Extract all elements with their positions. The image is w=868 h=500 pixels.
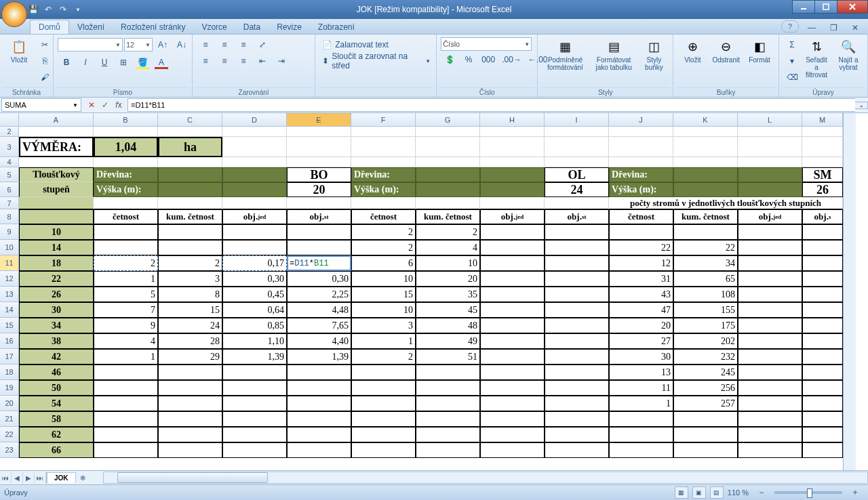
cell-D23[interactable] — [222, 442, 287, 458]
cell-J21[interactable] — [609, 411, 673, 427]
cell-D15[interactable]: 0,85 — [222, 318, 287, 333]
cell-I15[interactable] — [545, 318, 609, 333]
cell-J2[interactable] — [609, 127, 673, 137]
row-header-23[interactable]: 23 — [0, 442, 19, 458]
cell-M3[interactable] — [802, 137, 843, 157]
cell-L15[interactable] — [738, 318, 802, 333]
row-header-22[interactable]: 22 — [0, 427, 19, 442]
indent-dec-icon[interactable]: ⇤ — [254, 54, 271, 68]
percent-icon[interactable]: % — [460, 52, 477, 67]
row-header-14[interactable]: 14 — [0, 302, 19, 318]
cell-E14[interactable]: 4,48 — [287, 302, 351, 318]
cell-G14[interactable]: 45 — [416, 302, 480, 318]
cell-B14[interactable]: 7 — [94, 302, 158, 318]
cell-G4[interactable] — [416, 157, 480, 167]
row-header-19[interactable]: 19 — [0, 380, 19, 396]
cell-M14[interactable] — [802, 302, 843, 318]
new-sheet-icon[interactable]: ✻ — [76, 474, 90, 482]
cell-H6[interactable] — [480, 182, 545, 197]
cell-I23[interactable] — [545, 442, 609, 458]
cell-G11[interactable]: 10 — [416, 255, 480, 271]
cell-B4[interactable] — [94, 157, 158, 167]
cell-F18[interactable] — [351, 364, 416, 380]
workbook-restore-icon[interactable]: ❐ — [825, 20, 842, 35]
cell-C21[interactable] — [158, 411, 222, 427]
row-header-4[interactable]: 4 — [0, 157, 19, 167]
cell-E3[interactable] — [287, 137, 351, 157]
cell-K12[interactable]: 65 — [673, 271, 738, 287]
cell-D17[interactable]: 1,39 — [222, 349, 287, 364]
cell-D18[interactable] — [222, 364, 287, 380]
cell-G22[interactable] — [416, 427, 480, 442]
cell-C6[interactable] — [158, 182, 222, 197]
cell-C8[interactable]: kum. četnost — [158, 209, 222, 224]
cell-G9[interactable]: 2 — [416, 224, 480, 240]
col-header-K[interactable]: K — [673, 113, 738, 127]
row-header-10[interactable]: 10 — [0, 240, 19, 255]
name-box[interactable]: SUMA▼ — [1, 98, 81, 112]
minimize-button[interactable] — [792, 0, 815, 14]
cell-J12[interactable]: 31 — [609, 271, 673, 287]
cell-L17[interactable] — [738, 349, 802, 364]
cell-L4[interactable] — [738, 157, 802, 167]
align-left-icon[interactable]: ≡ — [197, 54, 214, 68]
grow-font-icon[interactable]: A↑ — [154, 37, 172, 52]
cell-F16[interactable]: 1 — [351, 333, 416, 349]
copy-icon[interactable]: ⎘ — [36, 54, 54, 68]
cell-I21[interactable] — [545, 411, 609, 427]
cell-M18[interactable] — [802, 364, 843, 380]
cell-M11[interactable] — [802, 255, 843, 271]
row-header-2[interactable]: 2 — [0, 127, 19, 137]
cell-K3[interactable] — [673, 137, 738, 157]
cell-H19[interactable] — [480, 380, 545, 396]
cell-K11[interactable]: 34 — [673, 255, 738, 271]
row-header-9[interactable]: 9 — [0, 224, 19, 240]
fill-color-icon[interactable]: 🪣 — [134, 55, 151, 70]
cell-G23[interactable] — [416, 442, 480, 458]
cell-B2[interactable] — [94, 127, 158, 137]
view-layout-icon[interactable]: ▣ — [692, 486, 706, 499]
cell-H8[interactable]: obj.jed — [480, 209, 545, 224]
col-header-E[interactable]: E — [287, 113, 351, 127]
tab-revize[interactable]: Revize — [269, 20, 310, 34]
cell-C12[interactable]: 3 — [158, 271, 222, 287]
col-header-F[interactable]: F — [351, 113, 416, 127]
cell-A18[interactable]: 46 — [19, 364, 94, 380]
cell-E15[interactable]: 7,65 — [287, 318, 351, 333]
cell-G7[interactable] — [416, 197, 480, 209]
cell-A23[interactable]: 66 — [19, 442, 94, 458]
format-painter-icon[interactable]: 🖌 — [36, 70, 54, 85]
cell-E9[interactable] — [287, 224, 351, 240]
row-header-5[interactable]: 5 — [0, 167, 19, 182]
clear-icon[interactable]: ⌫ — [783, 70, 801, 85]
cell-I13[interactable] — [545, 287, 609, 302]
horizontal-scrollbar[interactable] — [103, 472, 868, 484]
cell-I2[interactable] — [545, 127, 609, 137]
cell-J23[interactable] — [609, 442, 673, 458]
row-header-15[interactable]: 15 — [0, 318, 19, 333]
cell-D22[interactable] — [222, 427, 287, 442]
cell-D3[interactable] — [222, 137, 287, 157]
cell-F20[interactable] — [351, 396, 416, 411]
cell-H11[interactable] — [480, 255, 545, 271]
cell-M23[interactable] — [802, 442, 843, 458]
cell-B19[interactable] — [94, 380, 158, 396]
cell-A2[interactable] — [19, 127, 94, 137]
cancel-formula-icon[interactable]: ✕ — [85, 99, 98, 111]
cell-M20[interactable] — [802, 396, 843, 411]
cell-C2[interactable] — [158, 127, 222, 137]
cell-J9[interactable] — [609, 224, 673, 240]
cell-F4[interactable] — [351, 157, 416, 167]
row-header-18[interactable]: 18 — [0, 364, 19, 380]
cell-K18[interactable]: 245 — [673, 364, 738, 380]
cell-L14[interactable] — [738, 302, 802, 318]
cell-K14[interactable]: 155 — [673, 302, 738, 318]
redo-icon[interactable]: ↷ — [57, 3, 69, 16]
cell-B21[interactable] — [94, 411, 158, 427]
cell-K15[interactable]: 175 — [673, 318, 738, 333]
cell-I19[interactable] — [545, 380, 609, 396]
cell-C9[interactable] — [158, 224, 222, 240]
cell-M10[interactable] — [802, 240, 843, 255]
cell-H9[interactable] — [480, 224, 545, 240]
cell-D2[interactable] — [222, 127, 287, 137]
